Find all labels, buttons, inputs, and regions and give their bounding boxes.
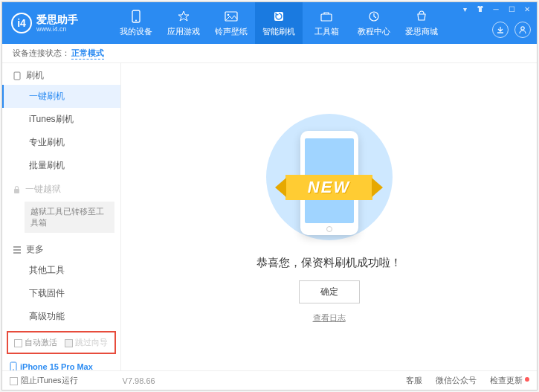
footer-update[interactable]: 检查更新 xyxy=(490,375,529,386)
flash-icon xyxy=(271,9,286,24)
app-url: www.i4.cn xyxy=(36,25,78,33)
status-bar: 设备连接状态： 正常模式 xyxy=(2,44,537,63)
close-icon[interactable]: ✕ xyxy=(520,4,534,14)
success-illustration: NEW xyxy=(262,110,396,244)
device-info[interactable]: iPhone 15 Pro Max 512GB iPhone xyxy=(2,357,120,370)
sidebar-section-more[interactable]: 更多 xyxy=(2,237,120,259)
header-actions xyxy=(492,22,531,38)
svg-rect-5 xyxy=(321,14,332,21)
image-icon xyxy=(224,9,239,24)
sidebar-item-oneclick[interactable]: 一键刷机 xyxy=(2,85,120,108)
app-window: i4 爱思助手 www.i4.cn 我的设备 应用游戏 铃声壁纸 智能刷机 xyxy=(1,1,538,391)
footer: 阻止iTunes运行 V7.98.66 客服 微信公众号 检查更新 xyxy=(2,370,537,390)
svg-rect-8 xyxy=(14,72,20,80)
list-icon xyxy=(13,246,22,254)
shop-icon xyxy=(414,9,429,24)
tab-apps[interactable]: 应用游戏 xyxy=(160,2,207,44)
app-title: 爱思助手 xyxy=(36,13,78,25)
tab-toolbox[interactable]: 工具箱 xyxy=(303,2,350,44)
svg-point-11 xyxy=(13,369,14,370)
maximize-icon[interactable]: ☐ xyxy=(505,4,518,14)
phone-icon xyxy=(129,9,143,24)
sidebar-section-jailbreak: 一键越狱 xyxy=(2,177,120,199)
sidebar-item-batch[interactable]: 批量刷机 xyxy=(2,154,120,177)
view-log-link[interactable]: 查看日志 xyxy=(313,312,346,324)
svg-point-1 xyxy=(135,20,137,22)
nav-tabs: 我的设备 应用游戏 铃声壁纸 智能刷机 工具箱 教程中心 xyxy=(112,2,445,44)
toolbox-icon xyxy=(319,9,334,24)
checkbox-auto-activate[interactable]: 自动激活 xyxy=(14,337,57,348)
book-icon xyxy=(367,9,381,24)
body: 刷机 一键刷机 iTunes刷机 专业刷机 批量刷机 一键越狱 越狱工具已转移至… xyxy=(2,63,537,370)
download-button[interactable] xyxy=(492,22,509,38)
logo-icon: i4 xyxy=(11,13,32,33)
tab-ringtones[interactable]: 铃声壁纸 xyxy=(207,2,255,44)
sidebar-item-othertools[interactable]: 其他工具 xyxy=(2,259,120,282)
svg-rect-9 xyxy=(14,189,19,193)
status-prefix: 设备连接状态： xyxy=(13,48,70,59)
sidebar: 刷机 一键刷机 iTunes刷机 专业刷机 批量刷机 一键越狱 越狱工具已转移至… xyxy=(2,63,121,370)
sidebar-item-download-fw[interactable]: 下载固件 xyxy=(2,282,120,305)
header: i4 爱思助手 www.i4.cn 我的设备 应用游戏 铃声壁纸 智能刷机 xyxy=(2,2,537,44)
device-phone-icon xyxy=(10,362,17,370)
version-label: V7.98.66 xyxy=(123,376,155,385)
device-name: iPhone 15 Pro Max xyxy=(10,362,113,370)
svg-point-7 xyxy=(521,27,524,30)
footer-service[interactable]: 客服 xyxy=(406,375,422,386)
app-icon xyxy=(176,9,191,24)
status-mode[interactable]: 正常模式 xyxy=(71,48,104,60)
sidebar-item-advanced[interactable]: 高级功能 xyxy=(2,305,120,328)
sidebar-section-flash[interactable]: 刷机 xyxy=(2,63,120,85)
minimize-icon[interactable]: ─ xyxy=(489,4,503,14)
logo-area: i4 爱思助手 www.i4.cn xyxy=(2,13,112,33)
svg-point-3 xyxy=(227,14,230,16)
menu-icon[interactable]: ▾ xyxy=(458,4,471,14)
jailbreak-note: 越狱工具已转移至工具箱 xyxy=(25,202,114,233)
sidebar-item-pro[interactable]: 专业刷机 xyxy=(2,131,120,154)
main-content: NEW 恭喜您，保资料刷机成功啦！ 确定 查看日志 xyxy=(121,63,537,370)
skin-icon[interactable] xyxy=(474,4,487,14)
checkbox-skip-guide: 跳过向导 xyxy=(65,337,108,348)
success-message: 恭喜您，保资料刷机成功啦！ xyxy=(256,256,401,270)
tab-shop[interactable]: 爱思商城 xyxy=(398,2,445,44)
footer-wechat[interactable]: 微信公众号 xyxy=(436,375,477,386)
phone-small-icon xyxy=(13,71,22,80)
update-dot-icon xyxy=(525,377,529,382)
checkbox-block-itunes[interactable]: 阻止iTunes运行 xyxy=(10,375,78,386)
ok-button[interactable]: 确定 xyxy=(299,280,360,303)
lock-icon xyxy=(13,185,21,194)
options-highlight-box: 自动激活 跳过向导 xyxy=(7,331,116,354)
tab-tutorials[interactable]: 教程中心 xyxy=(350,2,398,44)
tab-flash[interactable]: 智能刷机 xyxy=(255,2,303,44)
sidebar-item-itunes[interactable]: iTunes刷机 xyxy=(2,108,120,131)
new-ribbon: NEW xyxy=(255,173,404,202)
user-button[interactable] xyxy=(514,22,531,38)
window-controls: ▾ ─ ☐ ✕ xyxy=(458,4,534,14)
tab-my-device[interactable]: 我的设备 xyxy=(112,2,160,44)
